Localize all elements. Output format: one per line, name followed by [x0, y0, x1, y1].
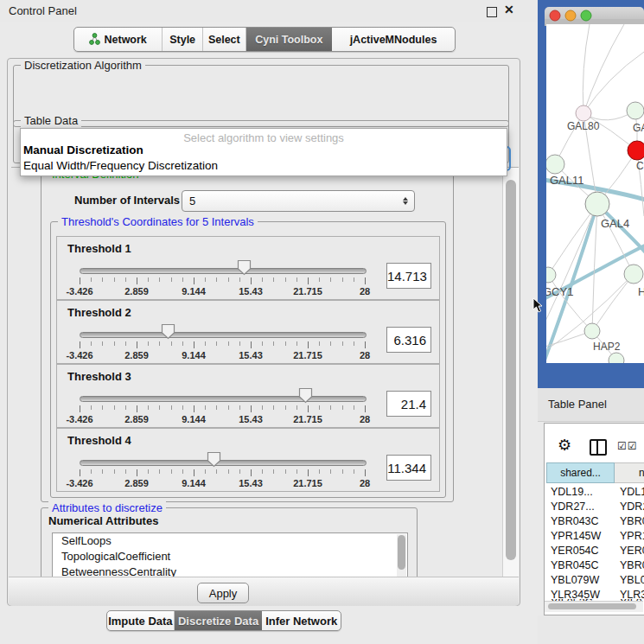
tick-mark [80, 277, 80, 284]
tick-mark [319, 405, 320, 410]
threshold-4-slider[interactable]: -3.4262.8599.14415.4321.71528 [80, 429, 365, 493]
threshold-3-slider[interactable]: -3.4262.8599.14415.4321.71528 [80, 365, 365, 429]
settings-scrollbar-thumb[interactable] [506, 180, 516, 560]
apply-button[interactable]: Apply [197, 583, 249, 603]
tab-discretize-data[interactable]: Discretize Data [175, 611, 263, 630]
node-label-gcy1: GCY1 [543, 285, 573, 298]
tick-mark [308, 469, 309, 476]
slider-track[interactable] [80, 396, 367, 402]
slider-thumb[interactable] [207, 451, 221, 468]
algorithm-option-manual[interactable]: Manual Discretization [23, 143, 143, 156]
tab-style[interactable]: Style [163, 28, 203, 51]
tick-mark [262, 469, 263, 474]
number-of-intervals-label: Number of Intervals [74, 194, 180, 207]
cyni-bottom-tabs: Impute Data Discretize Data Infer Networ… [106, 610, 341, 631]
settings-scroll-area: Interval Definition Number of Intervals … [11, 167, 519, 578]
checkboxes-icon[interactable]: ☑☑ [617, 440, 638, 452]
tick-mark [251, 341, 252, 348]
tab-jactivemnodules[interactable]: jActiveMNodules [332, 28, 455, 51]
node-gal11[interactable] [545, 155, 564, 174]
node-red-selected[interactable] [628, 141, 644, 160]
algorithm-placeholder-option[interactable]: Select algorithm to view settings [21, 131, 507, 144]
minimize-traffic-light-icon[interactable] [565, 10, 576, 21]
threshold-2-slider[interactable]: -3.4262.8599.14415.4321.71528 [80, 301, 365, 365]
node-top-right[interactable] [627, 102, 644, 119]
tick-mark [239, 405, 240, 410]
tick-mark [182, 405, 183, 410]
cell: YPR1 [620, 529, 644, 544]
numerical-attributes-list: SelfLoops TopologicalCoefficient Between… [52, 532, 408, 578]
node-gal4[interactable] [585, 192, 609, 216]
tick-mark [102, 405, 103, 410]
table-horizontal-scrollbar[interactable] [545, 601, 643, 612]
number-of-intervals-spinner[interactable]: 5 [182, 190, 415, 212]
list-item-selfloops[interactable]: SelfLoops [53, 533, 407, 549]
tick-mark [171, 277, 172, 282]
slider-track[interactable] [80, 332, 367, 338]
tick-mark [148, 341, 149, 346]
column-header-shared[interactable]: shared... [546, 462, 615, 483]
tick-mark [182, 277, 183, 282]
node-label-gal11: GAL11 [550, 174, 584, 187]
slider-track[interactable] [80, 460, 367, 466]
zoom-traffic-light-icon[interactable] [581, 10, 591, 21]
settings-vertical-scrollbar[interactable] [502, 168, 519, 577]
tick-mark [228, 341, 229, 346]
list-scrollbar[interactable] [397, 534, 406, 578]
gear-icon[interactable]: ⚙ [558, 437, 571, 453]
node-right[interactable] [624, 265, 643, 284]
cell: YDL1 [620, 485, 644, 500]
tick-label: 9.144 [182, 478, 206, 488]
slider-thumb[interactable] [298, 387, 313, 404]
table-row[interactable]: YBR043CYBR0 [545, 514, 644, 529]
threshold-1-value-field[interactable]: 14.713 [386, 263, 431, 289]
slider-scale-labels: -3.4262.8599.14415.4321.71528 [80, 478, 365, 488]
tick-mark [80, 341, 80, 348]
tick-mark [205, 341, 206, 346]
tick-mark [285, 469, 286, 474]
threshold-4-value-field[interactable]: 11.344 [386, 455, 431, 481]
tab-impute-data[interactable]: Impute Data [107, 611, 175, 630]
table-row[interactable]: YBR045CYBR0 [545, 558, 644, 573]
threshold-row-4: Threshold 4 -3.4262.8599.14415.4321.7152… [56, 428, 440, 492]
tick-mark [148, 277, 149, 282]
node-gal80[interactable] [576, 105, 591, 121]
tab-select[interactable]: Select [203, 28, 246, 51]
tab-network[interactable]: Network [74, 28, 163, 51]
list-item-topologicalcoefficient[interactable]: TopologicalCoefficient [53, 549, 407, 564]
tick-label: 9.144 [182, 414, 206, 424]
tab-cyni-toolbox[interactable]: Cyni Toolbox [246, 28, 332, 51]
float-window-icon[interactable] [487, 7, 497, 17]
tab-impute-data-label: Impute Data [108, 615, 172, 628]
threshold-row-1: Threshold 1 -3.4262.8599.14415.4321.7152… [56, 236, 440, 300]
tab-jactivemnodules-label: jActiveMNodules [350, 34, 437, 46]
slider-thumb[interactable] [161, 323, 175, 340]
slider-ticks [80, 341, 365, 349]
table-row[interactable]: YDR27...YDR2 [545, 500, 644, 514]
split-view-icon[interactable] [590, 439, 607, 456]
column-header-shared-label: shared... [560, 467, 601, 479]
network-view-window[interactable]: GAL80 GA C GAL11 GAL4 GCY1 H HAP2 [538, 0, 644, 388]
slider-thumb[interactable] [237, 259, 252, 276]
tick-mark [319, 277, 320, 282]
tab-infer-network[interactable]: Infer Network [262, 611, 341, 630]
close-traffic-light-icon[interactable] [550, 10, 560, 21]
threshold-2-value-field[interactable]: 6.316 [386, 327, 431, 353]
tick-label: 2.859 [124, 478, 149, 488]
node-hap2[interactable] [584, 323, 600, 339]
table-row[interactable]: YDL19...YDL1 [545, 485, 644, 500]
close-icon[interactable]: ✕ [504, 3, 514, 16]
list-scrollbar-thumb[interactable] [398, 535, 405, 570]
column-header-name[interactable]: na [615, 462, 644, 483]
tick-mark [251, 277, 252, 284]
algorithm-option-equal-width[interactable]: Equal Width/Frequency Discretization [23, 159, 218, 172]
table-row[interactable]: YPR145WYPR1 [545, 529, 644, 544]
tick-mark [91, 341, 92, 346]
threshold-3-value-field[interactable]: 21.4 [386, 391, 431, 417]
table-row[interactable]: YBL079WYBL0 [545, 573, 644, 588]
table-hscrollbar-thumb[interactable] [548, 603, 636, 609]
threshold-1-slider[interactable]: -3.4262.8599.14415.4321.71528 [80, 237, 365, 301]
slider-track[interactable] [80, 268, 367, 274]
table-row[interactable]: YER054CYER0 [545, 544, 644, 558]
tick-mark [216, 341, 217, 346]
